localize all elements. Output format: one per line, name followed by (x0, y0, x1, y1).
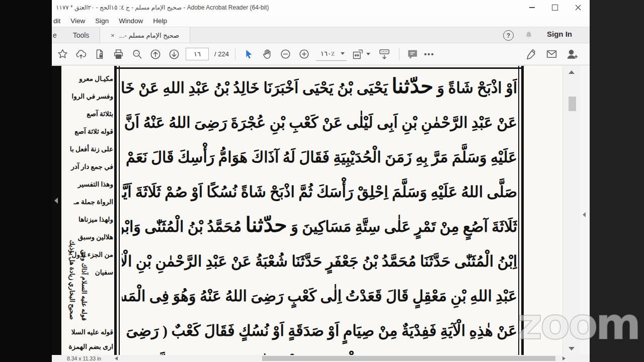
menu-edit-partial[interactable]: dit (52, 17, 65, 25)
sign-in-button[interactable]: Sign In (547, 30, 572, 38)
toolbar: ١٦ / 224 (52, 43, 590, 65)
zoom-level-value: ١٦٠٪ (318, 50, 337, 57)
minimize-button[interactable] (520, 0, 543, 15)
margin-note: في جمع دار آدر (61, 158, 113, 175)
zoom-watermark: zoom (517, 299, 639, 349)
share-people-button[interactable] (565, 47, 579, 62)
next-page-button[interactable] (167, 47, 181, 62)
minus-circle-icon (280, 48, 291, 60)
horizontal-scrollbar[interactable] (111, 355, 568, 362)
main-text-block: اَوْ اذْبَحْ شَاةً وَ حدّثنا يَحْيَى بْن… (122, 69, 517, 355)
hand-icon (261, 48, 273, 60)
expand-tools-panel-icon[interactable] (583, 212, 586, 217)
page-fit-button[interactable] (351, 47, 371, 62)
comment-bubble-icon (407, 48, 419, 60)
document-pane: مكيـال معرو وفسر في الروا بثلاثة آصع قول… (52, 66, 590, 355)
scroll-right-icon[interactable] (562, 356, 566, 360)
margin-note: وفسر في الروا (61, 87, 113, 105)
zoom-level-select[interactable]: ١٦٠٪ (316, 47, 347, 61)
fit-width-icon (352, 48, 365, 60)
horizontal-scrollbar-thumb[interactable] (262, 356, 555, 361)
menu-sign[interactable]: Sign (90, 17, 114, 25)
previous-page-button[interactable] (148, 47, 163, 62)
toolbar-separator (235, 48, 235, 60)
page-down-icon (168, 48, 180, 60)
statusbar: 8.34 x 11.33 in (52, 355, 590, 362)
envelope-icon (545, 48, 558, 60)
margin-note: مكيـال معرو (61, 70, 113, 87)
save-file-button[interactable] (93, 47, 107, 62)
fill-sign-button[interactable] (524, 47, 538, 62)
person-add-icon (566, 48, 578, 60)
margin-note-rotated: قوله عليه السلام آذاك وفي (80, 208, 88, 321)
cursor-arrow-icon (243, 49, 254, 60)
acrobat-window: صحيح الإمام مسلم - ج ٤: ١٥الحج - ٢٠العتق… (52, 0, 590, 362)
save-cloud-button[interactable] (74, 47, 88, 62)
close-icon (575, 5, 581, 11)
text-line-5: ثَلَاثَةَ آصُعٍ مِنْ تَمْرٍ عَلٰى سِتَّة… (122, 208, 517, 242)
zoom-out-button[interactable] (279, 47, 293, 62)
vertical-scrollbar-thumb[interactable] (569, 97, 576, 111)
margin-note: بثلاثة آصع (61, 105, 113, 123)
bell-icon (524, 30, 534, 40)
search-icon (131, 48, 143, 60)
find-button[interactable] (130, 47, 144, 62)
print-button[interactable] (111, 47, 125, 62)
scroll-up-icon[interactable] (569, 70, 575, 74)
help-button[interactable]: ? (503, 30, 514, 41)
text-line-4: صَلَّى اللهُ عَلَيْهِ وَسَلَّمَ اِحْلِقْ… (122, 173, 517, 208)
haddathana-bold: حدّثنا (391, 74, 433, 98)
menu-help[interactable]: Help (148, 17, 172, 25)
chevron-down-icon (341, 52, 345, 55)
menu-window[interactable]: Window (114, 17, 148, 25)
tab-document-label: صحيح الإمام مسلم -... (119, 32, 179, 39)
tab-home-partial[interactable]: e (53, 27, 57, 43)
column-rule-left (114, 66, 120, 355)
favorites-star-button[interactable] (55, 47, 69, 62)
margin-note: ارى بضم الهمزة (61, 342, 113, 351)
notifications-button[interactable] (524, 30, 534, 40)
margin-note: قوله عليه السلا (61, 328, 113, 336)
tab-tools[interactable]: Tools (69, 27, 93, 43)
chevron-down-icon (366, 53, 370, 55)
page-total-label: / 224 (214, 50, 229, 58)
share-email-button[interactable] (544, 47, 558, 62)
page-number-value: ١٦ (194, 50, 201, 58)
close-button[interactable] (567, 0, 590, 15)
more-tools-button[interactable]: ••• (424, 50, 435, 58)
cloud-upload-icon (75, 48, 87, 60)
tab-document[interactable]: × صحيح الإمام مسلم -... (100, 27, 190, 43)
tab-close-icon[interactable]: × (111, 32, 115, 39)
screen: صحيح الإمام مسلم - ج ٤: ١٥الحج - ٢٠العتق… (0, 0, 644, 362)
hide-toolbar-button[interactable] (376, 47, 393, 62)
toolbar-right-group (524, 47, 579, 62)
caption-buttons (520, 0, 590, 15)
scroll-left-icon[interactable] (115, 356, 118, 360)
margin-note: وهذا التفسير (61, 175, 113, 193)
printer-icon (113, 48, 124, 60)
comment-button[interactable] (406, 47, 420, 62)
page-number-input[interactable]: ١٦ (186, 48, 209, 60)
navigation-pane-strip (52, 66, 61, 355)
hand-tool-button[interactable] (260, 47, 274, 62)
page-up-icon (149, 48, 162, 60)
menubar: dit View Sign Window Help (52, 15, 590, 27)
text-line-3: عَلَيْهِ وَسَلَّمَ مَرَّ بِهِ زَمَنَ الْ… (122, 138, 517, 173)
maximize-icon (552, 5, 558, 11)
titlebar: صحيح الإمام مسلم - ج ٤: ١٥الحج - ٢٠العتق… (52, 0, 590, 15)
pen-icon (525, 48, 537, 60)
help-icon: ? (507, 32, 510, 39)
margin-note: على زنة أفعل با (61, 140, 113, 158)
scanned-page: مكيـال معرو وفسر في الروا بثلاثة آصع قول… (61, 66, 562, 355)
haddathana-bold: حدّثنا (245, 213, 287, 236)
menu-view[interactable]: View (65, 17, 90, 25)
window-title: صحيح الإمام مسلم - ج ٤: ١٥الحج - ٢٠العتق… (56, 4, 269, 11)
selection-tool-button[interactable] (242, 47, 256, 62)
collapse-left-pane-icon[interactable] (54, 198, 58, 204)
maximize-button[interactable] (543, 0, 567, 15)
plus-circle-icon (298, 48, 310, 60)
text-line-9-partial: نَزَلَتْ فِىَّ كَانَ بِى اَذًى مِنْ رَأْ… (122, 346, 517, 355)
zoom-in-button[interactable] (297, 47, 311, 62)
file-lock-icon (94, 49, 105, 60)
page-size-label: 8.34 x 11.33 in (67, 355, 101, 362)
